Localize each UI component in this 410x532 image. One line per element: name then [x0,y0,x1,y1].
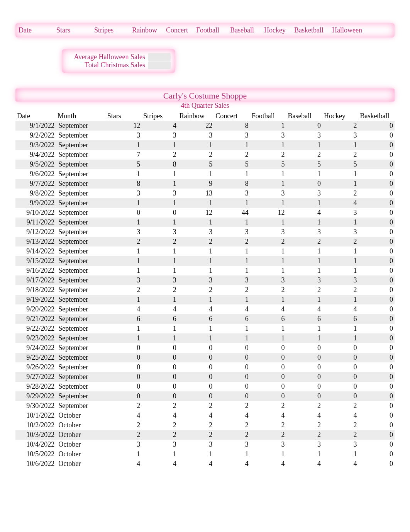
table-row: 9/3/2022September11111110 [15,140,395,150]
col-header-month: Month [56,111,106,121]
cell-value: 1 [322,266,359,275]
cell-value: 2 [142,401,178,411]
cell-value: 1 [142,266,178,275]
cell-value: 1 [286,169,322,179]
cell-value: 4 [106,459,142,469]
cell-month: September [56,208,106,218]
cell-value: 2 [142,237,178,246]
cell-value: 6 [214,314,250,324]
cell-value: 3 [322,440,359,449]
cell-value: 4 [214,411,250,420]
cell-value: 1 [106,295,142,304]
cell-month: September [56,179,106,189]
cell-value: 1 [106,266,142,275]
cell-value: 2 [286,430,322,440]
cell-value: 2 [250,237,286,246]
cell-value: 3 [286,131,322,140]
cell-value: 1 [322,169,359,179]
cell-month: October [56,459,106,469]
cell-value: 2 [322,401,359,411]
cell-value: 1 [214,169,250,179]
cell-value: 2 [322,150,359,160]
cell-value: 1 [214,266,250,275]
cell-value: 0 [286,391,322,401]
cell-value: 44 [214,208,250,218]
table-row: 10/6/2022October44444440 [15,459,395,469]
cell-value: 0 [358,333,395,343]
cell-value: 2 [322,121,359,131]
cell-value: 9 [178,179,214,189]
cell-month: October [56,449,106,459]
cell-value: 0 [358,140,395,150]
cell-value: 0 [358,411,395,420]
table-row: 9/22/2022September11111110 [15,324,395,333]
table-row: 9/26/2022September00000000 [15,362,395,372]
table-row: 9/17/2022September33333330 [15,275,395,285]
cell-value: 2 [178,150,214,160]
cell-value: 1 [178,140,214,150]
table-row: 9/16/2022September11111110 [15,266,395,275]
cell-value: 2 [322,189,359,198]
cell-date: 9/6/2022 [15,169,56,179]
cell-value: 4 [142,304,178,314]
cell-value: 0 [358,256,395,266]
table-row: 9/29/2022September00000000 [15,391,395,401]
total-christmas-row: Total Christmas Sales [66,61,171,69]
cell-value: 3 [322,208,359,218]
cell-value: 1 [286,246,322,256]
cell-value: 1 [250,169,286,179]
cell-month: September [56,150,106,160]
cell-value: 0 [358,391,395,401]
cell-value: 0 [358,420,395,430]
table-row: 9/15/2022September11111110 [15,256,395,266]
cell-value: 7 [106,150,142,160]
top-header-rainbow: Rainbow [130,26,164,34]
cell-value: 1 [250,218,286,227]
cell-value: 3 [286,227,322,237]
cell-value: 2 [178,237,214,246]
cell-date: 9/17/2022 [15,275,56,285]
cell-value: 0 [286,372,322,382]
cell-value: 3 [250,189,286,198]
cell-value: 0 [286,121,322,131]
cell-month: September [56,353,106,362]
cell-value: 0 [358,227,395,237]
cell-value: 4 [286,208,322,218]
cell-value: 2 [178,430,214,440]
cell-value: 0 [142,372,178,382]
cell-month: September [56,304,106,314]
cell-date: 9/2/2022 [15,131,56,140]
col-header-date: Date [15,111,56,121]
cell-month: September [56,333,106,343]
cell-value: 1 [142,449,178,459]
cell-value: 2 [178,401,214,411]
cell-date: 10/4/2022 [15,440,56,449]
cell-value: 2 [322,420,359,430]
cell-date: 9/10/2022 [15,208,56,218]
cell-date: 9/5/2022 [15,160,56,169]
cell-value: 1 [106,246,142,256]
cell-value: 0 [358,285,395,295]
cell-value: 1 [142,169,178,179]
cell-value: 0 [358,218,395,227]
cell-value: 0 [142,208,178,218]
cell-month: October [56,440,106,449]
cell-value: 0 [106,343,142,353]
cell-value: 1 [322,246,359,256]
cell-value: 3 [214,131,250,140]
cell-value: 3 [142,189,178,198]
cell-month: September [56,401,106,411]
cell-value: 4 [106,411,142,420]
cell-value: 0 [142,362,178,372]
cell-value: 0 [178,391,214,401]
cell-month: September [56,362,106,372]
col-header-baseball: Baseball [286,111,322,121]
cell-value: 1 [142,295,178,304]
cell-month: September [56,218,106,227]
cell-value: 1 [322,324,359,333]
cell-month: September [56,314,106,324]
cell-month: September [56,227,106,237]
table-row: 10/3/2022October22222220 [15,430,395,440]
table-header-row: DateMonthStarsStripesRainbowConcertFootb… [15,111,395,121]
cell-value: 3 [214,189,250,198]
